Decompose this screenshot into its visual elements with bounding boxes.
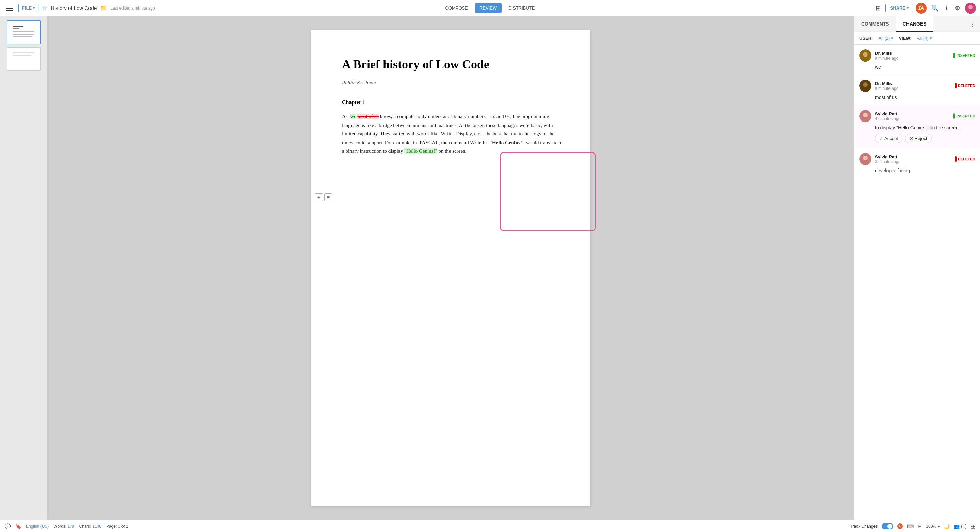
svg-rect-6 <box>13 31 34 32</box>
page-label: Page: 1 of 2 <box>106 524 128 529</box>
chat-icon[interactable]: 💬 <box>5 524 11 529</box>
svg-point-17 <box>863 52 868 57</box>
settings-icon[interactable]: ⚙ <box>953 2 962 14</box>
add-block-controls: + ≡ <box>315 193 332 202</box>
file-chevron-icon: ▾ <box>33 6 35 10</box>
change-time-2: a minute ago <box>875 86 952 91</box>
distribute-button[interactable]: DISTRIBUTE <box>504 3 539 13</box>
change-meta-4: Sylvia Patt 3 minutes ago <box>875 154 952 164</box>
star-icon[interactable]: ☆ <box>42 5 47 12</box>
change-content-1: we <box>859 64 975 70</box>
toggle-knob <box>888 524 892 529</box>
change-header-2: Dr. Mills a minute ago DELETED <box>859 80 975 92</box>
thumb-inner-1 <box>9 22 38 42</box>
user-filter-value[interactable]: All (2) ▾ <box>878 36 893 41</box>
user-avatar-za[interactable]: ZA <box>916 3 927 14</box>
track-changes-toggle[interactable] <box>882 523 893 529</box>
avatar-svg-4 <box>859 153 872 165</box>
badge-bar-1 <box>953 53 955 58</box>
add-block-button[interactable]: + <box>315 193 323 202</box>
change-avatar-4 <box>859 153 872 165</box>
change-avatar-3 <box>859 110 872 122</box>
toolbar-left: FILE ▾ ☆ History of Low Code 📁 Last edit… <box>4 4 437 13</box>
format-block-button[interactable]: ≡ <box>324 193 332 202</box>
zoom-value: 100% <box>926 524 937 529</box>
svg-rect-4 <box>13 25 23 27</box>
change-content-4: developer-facing <box>859 168 975 173</box>
thumb-inner-2 <box>9 49 38 69</box>
page-thumbnail-1[interactable] <box>7 21 41 44</box>
present-icon[interactable]: ⊞ <box>873 2 883 14</box>
tab-changes[interactable]: CHANGES <box>896 16 933 32</box>
hamburger-button[interactable] <box>4 4 15 13</box>
svg-rect-15 <box>500 153 595 231</box>
file-menu-button[interactable]: FILE ▾ <box>18 4 38 12</box>
words-label: Words: 179 <box>53 524 74 529</box>
change-badge-2: DELETED <box>955 83 975 89</box>
keyboard-icon[interactable]: ⌨ <box>907 524 914 529</box>
toolbar: FILE ▾ ☆ History of Low Code 📁 Last edit… <box>0 0 980 16</box>
status-bar: 💬 🔖 English (US) Words: 179 Chars: 1140 … <box>0 520 980 532</box>
review-button[interactable]: REVIEW <box>475 3 501 13</box>
compose-button[interactable]: COMPOSE <box>440 3 472 13</box>
change-content-2: most of us <box>859 95 975 100</box>
info-icon[interactable]: ℹ <box>943 2 950 14</box>
change-meta-3: Sylvia Patt 4 minutes ago <box>875 111 950 121</box>
view-filter-value[interactable]: All (4) ▾ <box>917 36 932 41</box>
users-icon[interactable]: 👥 (1) <box>954 524 967 529</box>
page-layout-icon[interactable]: ⊟ <box>918 524 922 529</box>
moon-icon[interactable]: 🌙 <box>944 524 950 529</box>
tab-comments[interactable]: COMMENTS <box>854 16 896 32</box>
user-filter-text: All (2) <box>878 36 890 41</box>
page-thumbnail-2[interactable] <box>7 47 41 71</box>
right-panel: COMMENTS CHANGES ⋮ USER: All (2) ▾ VIEW:… <box>854 16 980 520</box>
reject-label-3: Reject <box>915 136 927 141</box>
users-symbol: 👥 <box>954 524 959 529</box>
change-badge-3: INSERTED <box>953 113 975 119</box>
svg-point-26 <box>863 156 868 160</box>
svg-rect-7 <box>13 33 33 33</box>
thumb-preview-2 <box>10 49 37 68</box>
changes-list: Dr. Mills a minute ago INSERTED we <box>854 45 980 520</box>
users-count: (1) <box>961 524 967 529</box>
change-content-3: to display "Hello Genius!" on the screen… <box>859 125 975 131</box>
reject-button-3[interactable]: ✕ Reject <box>905 134 932 143</box>
bookmark-icon[interactable]: 🔖 <box>15 524 21 529</box>
avatar-svg-1 <box>859 49 872 62</box>
document-author: Rohith Krishnan <box>342 80 563 86</box>
chars-value: 1140 <box>92 524 102 529</box>
change-item-1: Dr. Mills a minute ago INSERTED we <box>854 45 980 75</box>
document-chapter: Chapter 1 <box>342 99 563 105</box>
svg-rect-14 <box>13 56 31 56</box>
user-filter-chevron: ▾ <box>891 36 893 41</box>
change-header-1: Dr. Mills a minute ago INSERTED <box>859 49 975 62</box>
grid-icon[interactable]: ▦ <box>971 524 975 529</box>
search-icon[interactable]: 🔍 <box>929 2 941 14</box>
change-header-3: Sylvia Patt 4 minutes ago INSERTED <box>859 110 975 122</box>
change-badge-4: DELETED <box>955 156 975 162</box>
accept-button-3[interactable]: ✓ Accept <box>875 134 902 143</box>
document-page: + ≡ A Brief history of Low Code Rohith K… <box>311 30 590 506</box>
share-button[interactable]: SHARE ▾ <box>885 4 913 12</box>
badge-bar-3 <box>953 113 955 119</box>
change-meta-1: Dr. Mills a minute ago <box>875 51 950 61</box>
language-label[interactable]: English (US) <box>26 524 49 529</box>
change-item-3: Sylvia Patt 4 minutes ago INSERTED to di… <box>854 105 980 148</box>
svg-point-23 <box>863 113 868 118</box>
user-avatar[interactable] <box>965 3 976 14</box>
folder-icon[interactable]: 📁 <box>100 5 107 11</box>
panel-menu-button[interactable]: ⋮ <box>964 17 980 31</box>
change-time-4: 3 minutes ago <box>875 159 952 164</box>
change-user-2: Dr. Mills <box>875 81 952 86</box>
svg-point-1 <box>969 5 972 9</box>
svg-point-20 <box>863 82 868 87</box>
status-left: 💬 🔖 English (US) Words: 179 Chars: 1140 … <box>5 524 845 529</box>
change-actions-3: ✓ Accept ✕ Reject <box>859 134 975 143</box>
svg-rect-10 <box>13 38 31 38</box>
accept-label-3: Accept <box>885 136 898 141</box>
chars-label: Chars: 1140 <box>79 524 102 529</box>
chars-text: Chars: <box>79 524 91 529</box>
user-filter-label: USER: <box>859 36 873 41</box>
zoom-control[interactable]: 100% ▾ <box>926 524 940 529</box>
file-label: FILE <box>22 5 32 11</box>
